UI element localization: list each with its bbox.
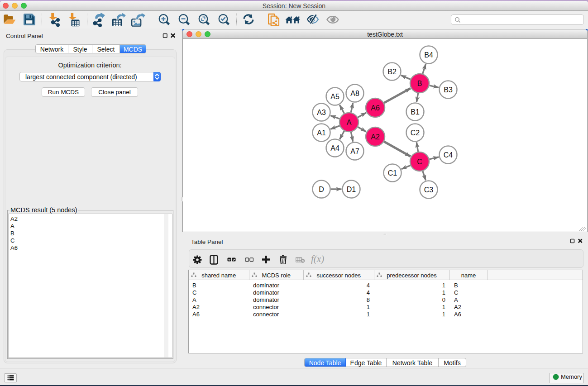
svg-text:A1: A1 bbox=[317, 129, 326, 137]
svg-text:B2: B2 bbox=[387, 68, 397, 76]
svg-text:B4: B4 bbox=[424, 51, 433, 59]
svg-text:C4: C4 bbox=[444, 151, 453, 159]
svg-text:A2: A2 bbox=[371, 133, 380, 141]
svg-text:D: D bbox=[319, 186, 324, 193]
svg-text:B3: B3 bbox=[444, 86, 453, 94]
svg-text:C1: C1 bbox=[388, 169, 397, 177]
svg-text:B1: B1 bbox=[411, 108, 420, 116]
svg-text:C3: C3 bbox=[424, 186, 434, 194]
svg-text:B: B bbox=[417, 80, 422, 87]
svg-text:A5: A5 bbox=[330, 93, 339, 100]
svg-text:A6: A6 bbox=[371, 104, 380, 112]
svg-text:C: C bbox=[417, 158, 422, 166]
svg-text:A3: A3 bbox=[317, 109, 326, 116]
svg-text:A8: A8 bbox=[350, 90, 359, 97]
svg-text:A7: A7 bbox=[350, 148, 359, 155]
svg-text:A4: A4 bbox=[330, 144, 339, 152]
svg-text:A: A bbox=[347, 119, 352, 126]
svg-text:C2: C2 bbox=[411, 129, 420, 137]
svg-text:D1: D1 bbox=[347, 186, 356, 193]
